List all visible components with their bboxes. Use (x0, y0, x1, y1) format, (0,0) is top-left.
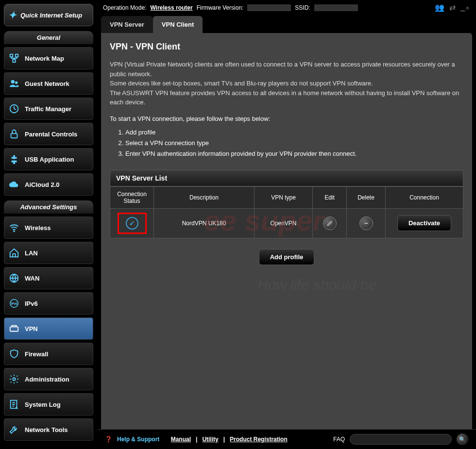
help-support-link[interactable]: Help & Support (117, 436, 159, 443)
status-highlight-annotation: ✓ (118, 213, 147, 234)
col-status: Connection Status (110, 186, 154, 208)
fw-value-redacted (247, 4, 291, 11)
advanced-section-header: Advanced Settings (4, 200, 93, 214)
quick-internet-setup-button[interactable]: ✦ Quick Internet Setup (4, 4, 93, 26)
sidebar-item-administration[interactable]: Administration (4, 368, 93, 390)
desc-line-1: VPN (Virtual Private Network) clients ar… (110, 60, 463, 79)
faq-search-input[interactable] (350, 434, 452, 445)
ipv6-icon: IPv6 (8, 298, 20, 309)
desc-line-3: The ASUSWRT VPN feature provides VPN acc… (110, 88, 463, 107)
tab-vpn-client[interactable]: VPN Client (153, 16, 203, 33)
general-section-header: General (4, 31, 93, 44)
svg-point-3 (11, 80, 15, 83)
globe-icon (8, 272, 20, 284)
traffic-icon (8, 103, 20, 115)
help-icon: ❓ (105, 436, 112, 443)
steps-list: Add profile Select a VPN connection type… (125, 127, 463, 159)
status-connected-icon: ✓ (126, 217, 138, 230)
sidebar-item-label: LAN (25, 249, 38, 257)
sidebar-item-label: Parental Controls (25, 131, 77, 138)
sidebar-item-lan[interactable]: LAN (4, 242, 93, 264)
sidebar-item-network-tools[interactable]: Network Tools (4, 418, 93, 441)
sidebar-item-label: Wireless (25, 224, 51, 232)
network-map-icon (8, 52, 20, 64)
manual-link[interactable]: Manual (171, 436, 191, 443)
network-icon[interactable]: ⇄ (449, 3, 456, 12)
home-icon (8, 247, 20, 259)
sidebar-item-label: Traffic Manager (25, 105, 71, 113)
svg-point-4 (15, 81, 18, 84)
sidebar-item-vpn[interactable]: VPN (4, 317, 93, 340)
wrench-icon (8, 424, 20, 435)
sidebar-item-wan[interactable]: WAN (4, 267, 93, 289)
add-profile-button[interactable]: Add profile (259, 249, 315, 265)
top-status-bar: Operation Mode: Wireless router Firmware… (97, 0, 476, 15)
svg-point-7 (14, 231, 15, 232)
sidebar-item-ipv6[interactable]: IPv6 IPv6 (4, 292, 93, 315)
vpn-server-list-table: Connection Status Description VPN type E… (110, 186, 463, 238)
deactivate-button[interactable]: Deactivate (397, 215, 451, 231)
sidebar-item-label: Network Map (25, 55, 64, 62)
sidebar-item-label: USB Application (25, 156, 74, 163)
wifi-icon (8, 222, 20, 233)
vpn-row: ✓ NordVPN UK180 OpenVPN Deactivate (110, 208, 463, 238)
sidebar-item-network-map[interactable]: Network Map (4, 47, 93, 69)
op-mode-link[interactable]: Wireless router (150, 4, 192, 11)
sidebar-item-aicloud[interactable]: AiCloud 2.0 (4, 173, 93, 196)
utility-link[interactable]: Utility (202, 436, 218, 443)
footer-bar: ❓ Help & Support Manual | Utility | Prod… (97, 429, 476, 449)
tab-vpn-server[interactable]: VPN Server (101, 16, 153, 33)
sidebar-item-wireless[interactable]: Wireless (4, 216, 93, 239)
sidebar-item-label: WAN (25, 275, 39, 282)
wand-icon: ✦ (8, 9, 17, 21)
faq-label: FAQ (333, 436, 345, 443)
cloud-icon (8, 179, 20, 190)
op-mode-label: Operation Mode: (103, 4, 146, 11)
col-description: Description (154, 186, 255, 208)
sidebar-item-label: VPN (25, 325, 38, 333)
clients-icon[interactable]: 👥 (435, 3, 444, 12)
table-title: VPN Server List (110, 170, 463, 186)
svg-rect-6 (11, 133, 17, 138)
puzzle-icon (8, 153, 20, 165)
sidebar-item-traffic-manager[interactable]: Traffic Manager (4, 98, 93, 120)
lock-icon (8, 128, 20, 140)
step-2: Select a VPN connection type (125, 138, 463, 149)
sidebar-item-system-log[interactable]: System Log (4, 393, 93, 416)
col-connection: Connection (386, 186, 463, 208)
shield-icon (8, 348, 20, 360)
product-registration-link[interactable]: Product Registration (230, 436, 288, 443)
sidebar-item-label: Guest Network (25, 80, 69, 87)
sidebar-item-firewall[interactable]: Firewall (4, 343, 93, 365)
sidebar-item-label: Network Tools (25, 426, 68, 433)
row-vpn-type: OpenVPN (255, 208, 313, 238)
log-icon (8, 399, 20, 410)
svg-text:IPv6: IPv6 (11, 302, 17, 305)
sidebar-item-guest-network[interactable]: Guest Network (4, 72, 93, 95)
page-title: VPN - VPN Client (110, 42, 463, 52)
sidebar-item-label: IPv6 (25, 300, 38, 307)
ssid-value-redacted (314, 4, 358, 11)
col-edit: Edit (313, 186, 347, 208)
vpn-icon (8, 323, 20, 334)
svg-point-12 (13, 378, 16, 381)
sidebar-item-parental-controls[interactable]: Parental Controls (4, 123, 93, 145)
sidebar-item-usb-application[interactable]: USB Application (4, 148, 93, 170)
usb-icon[interactable]: ⎯⋔ (460, 3, 470, 12)
col-vpn-type: VPN type (255, 186, 313, 208)
delete-button[interactable] (359, 216, 373, 230)
sidebar-item-label: AiCloud 2.0 (25, 181, 60, 188)
svg-rect-2 (13, 60, 16, 63)
sidebar-item-label: Firewall (25, 350, 48, 358)
gear-icon (8, 373, 20, 385)
faq-search-button[interactable]: 🔍 (457, 433, 468, 445)
edit-button[interactable] (323, 216, 337, 230)
fw-label: Firmware Version: (197, 4, 244, 11)
svg-rect-0 (10, 54, 13, 57)
sidebar-item-label: Administration (25, 376, 69, 383)
step-3: Enter VPN authentication information pro… (125, 149, 463, 159)
quick-setup-label: Quick Internet Setup (20, 12, 82, 19)
guest-icon (8, 78, 20, 89)
ssid-label: SSID: (295, 4, 310, 11)
col-delete: Delete (347, 186, 386, 208)
